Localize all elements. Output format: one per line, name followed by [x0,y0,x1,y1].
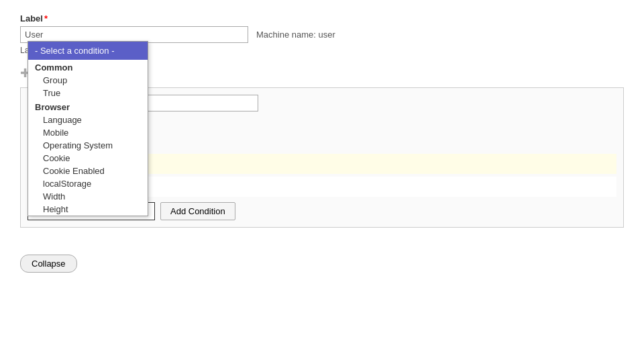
group-browser-label: Browser [28,99,148,114]
condition-select-wrapper: - Select a condition - Common Group True… [28,202,155,220]
bottom-controls: - Select a condition - Common Group True… [28,202,616,220]
dropdown-item-cookie-enabled[interactable]: Cookie Enabled [28,165,148,177]
dropdown-item-height[interactable]: Height [28,203,148,216]
dropdown-item-localstorage[interactable]: localStorage [28,177,148,190]
collapse-button[interactable]: Collapse [20,255,77,273]
dropdown-item-language[interactable]: Language [28,114,148,126]
dropdown-item-width[interactable]: Width [28,190,148,203]
machine-name: Machine name: user [256,30,335,40]
label-text: Label [20,13,43,24]
field-label: Label* [20,13,624,24]
collapse-section: Collapse [20,241,624,273]
dropdown-item-group[interactable]: Group [28,74,148,87]
segment-container: Se s If nditions are true - Select a con… [20,87,624,228]
dropdown-header[interactable]: - Select a condition - [28,42,148,60]
dropdown-item-true[interactable]: True [28,87,148,99]
condition-dropdown-popup: - Select a condition - Common Group True… [28,41,148,216]
group-common-label: Common [28,60,148,74]
required-indicator: * [44,13,48,24]
dropdown-item-os[interactable]: Operating System [28,139,148,152]
dropdown-item-cookie[interactable]: Cookie [28,152,148,165]
add-condition-button[interactable]: Add Condition [160,202,235,220]
dropdown-item-mobile[interactable]: Mobile [28,126,148,139]
